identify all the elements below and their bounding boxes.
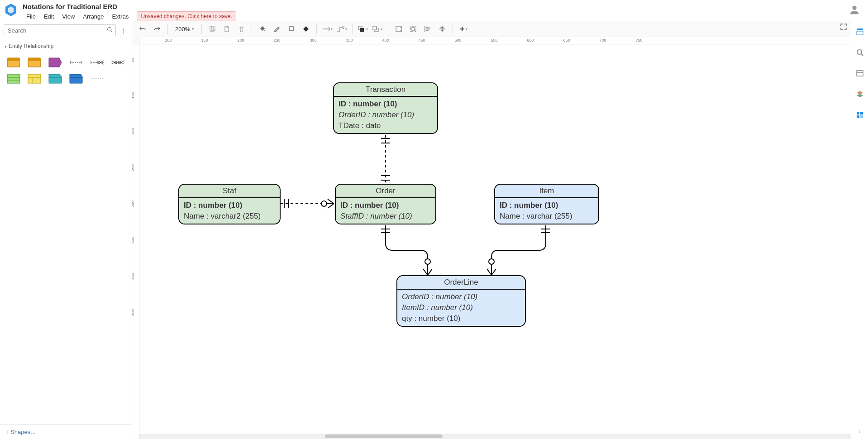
entity-field[interactable]: Name : varchar (255) bbox=[500, 211, 594, 222]
entity-field[interactable]: ID : number (10) bbox=[500, 200, 594, 211]
align-center-button[interactable] bbox=[436, 23, 448, 35]
entity-field[interactable]: Name : varchar2 (255) bbox=[184, 211, 275, 222]
shape-relation-1tomany[interactable] bbox=[88, 56, 106, 69]
shape-entity-blue[interactable] bbox=[67, 72, 85, 86]
outline-panel-button[interactable] bbox=[854, 68, 865, 79]
style-button[interactable] bbox=[300, 23, 312, 35]
entity-body: ID : number (10) StaffID : number (10) bbox=[336, 198, 435, 224]
menu-file[interactable]: File bbox=[23, 12, 39, 21]
toolbar-separator bbox=[252, 24, 252, 34]
horizontal-scrollbar[interactable] bbox=[139, 434, 851, 439]
fullscreen-button[interactable] bbox=[840, 23, 847, 32]
tags-panel-button[interactable] bbox=[854, 110, 865, 120]
entity-field[interactable]: OrderID : number (10) bbox=[339, 110, 433, 120]
entity-field[interactable]: ID : number (10) bbox=[339, 99, 433, 110]
entity-field[interactable]: TDate : date bbox=[339, 120, 433, 131]
entity-title: Order bbox=[336, 185, 435, 198]
shapes-palette bbox=[0, 52, 132, 89]
entity-body: ID : number (10) Name : varchar (255) bbox=[495, 198, 598, 224]
app-logo[interactable] bbox=[4, 3, 18, 17]
fill-color-button[interactable] bbox=[257, 23, 268, 35]
copy-button[interactable] bbox=[206, 23, 218, 35]
ruler-tick: 550 bbox=[491, 38, 497, 43]
svg-rect-46 bbox=[857, 31, 863, 35]
delete-button[interactable] bbox=[235, 23, 247, 35]
svg-rect-31 bbox=[360, 28, 364, 32]
scrollbar-thumb[interactable] bbox=[325, 434, 443, 438]
more-shapes-button[interactable]: + Shapes... bbox=[0, 425, 132, 439]
collapse-rail-button[interactable]: › bbox=[858, 428, 860, 434]
entity-field[interactable]: ItemID : number (10) bbox=[402, 302, 520, 313]
to-front-button[interactable]: ▾ bbox=[357, 23, 369, 35]
right-rail: › bbox=[851, 21, 868, 439]
entity-transaction[interactable]: Transaction ID : number (10) OrderID : n… bbox=[333, 82, 438, 134]
entity-body: ID : number (10) Name : varchar2 (255) bbox=[179, 198, 280, 224]
entity-field[interactable]: ID : number (10) bbox=[340, 200, 431, 211]
entity-field[interactable]: StaffID : number (10) bbox=[340, 211, 431, 222]
align-left-button[interactable] bbox=[422, 23, 434, 35]
entity-body: OrderID : number (10) ItemID : number (1… bbox=[397, 290, 525, 326]
entity-staff[interactable]: Staf ID : number (10) Name : varchar2 (2… bbox=[178, 184, 281, 224]
entity-item[interactable]: Item ID : number (10) Name : varchar (25… bbox=[494, 184, 599, 224]
entity-orderline[interactable]: OrderLine OrderID : number (10) ItemID :… bbox=[396, 275, 526, 327]
ruler-tick: 400 bbox=[382, 38, 389, 43]
entity-title: Transaction bbox=[334, 83, 437, 97]
shape-entity-yellow[interactable] bbox=[25, 72, 43, 86]
fit-page-button[interactable] bbox=[393, 23, 405, 35]
vertical-ruler[interactable]: 50 100 150 200 250 300 350 400 bbox=[132, 44, 139, 439]
format-panel-button[interactable] bbox=[854, 26, 865, 37]
entity-title: Item bbox=[495, 185, 598, 198]
diagram-page[interactable]: Transaction ID : number (10) OrderID : n… bbox=[139, 44, 851, 439]
sidebar-more-icon[interactable]: ⋮ bbox=[119, 27, 128, 34]
menu-edit[interactable]: Edit bbox=[40, 12, 57, 21]
line-color-button[interactable] bbox=[271, 23, 283, 35]
zoom-fit-button[interactable] bbox=[407, 23, 419, 35]
app-header: Notations for Traditional ERD File Edit … bbox=[0, 0, 868, 21]
search-wrapper bbox=[4, 24, 116, 36]
horizontal-ruler[interactable]: 100 150 200 250 300 350 400 450 500 550 … bbox=[139, 37, 851, 44]
toolbar-separator bbox=[352, 24, 353, 34]
paste-button[interactable] bbox=[221, 23, 233, 35]
layers-panel-button[interactable] bbox=[854, 89, 865, 100]
to-back-button[interactable]: ▾ bbox=[372, 23, 383, 35]
svg-point-47 bbox=[857, 50, 862, 54]
svg-line-2 bbox=[111, 31, 112, 32]
shape-entity-teal[interactable] bbox=[46, 72, 64, 86]
ruler-tick: 350 bbox=[346, 38, 353, 43]
shape-table-orange[interactable] bbox=[5, 56, 23, 69]
entity-order[interactable]: Order ID : number (10) StaffID : number … bbox=[335, 184, 436, 224]
search-panel-button[interactable] bbox=[854, 47, 865, 58]
entity-field[interactable]: qty : number (10) bbox=[402, 313, 520, 324]
undo-button[interactable] bbox=[137, 23, 148, 35]
menu-arrange[interactable]: Arrange bbox=[79, 12, 107, 21]
svg-rect-33 bbox=[373, 26, 377, 30]
document-title[interactable]: Notations for Traditional ERD bbox=[23, 2, 236, 11]
ruler-tick: 650 bbox=[563, 38, 570, 43]
entity-field[interactable]: ID : number (10) bbox=[184, 200, 275, 211]
shape-hr-line[interactable] bbox=[88, 72, 106, 86]
palette-section-header[interactable]: Entity Relationship bbox=[0, 40, 132, 52]
svg-point-63 bbox=[321, 201, 327, 206]
search-icon[interactable] bbox=[107, 27, 113, 34]
shape-entity-green[interactable] bbox=[5, 72, 23, 86]
menu-extras[interactable]: Extras bbox=[109, 12, 133, 21]
shape-relation-manytomany[interactable] bbox=[109, 56, 127, 69]
ruler-tick: 750 bbox=[635, 38, 642, 43]
ruler-tick: 450 bbox=[418, 38, 425, 43]
waypoints-button[interactable]: ▾ bbox=[336, 23, 348, 35]
save-status-badge[interactable]: Unsaved changes. Click here to save. bbox=[137, 11, 236, 21]
search-input[interactable] bbox=[4, 27, 115, 34]
menu-view[interactable]: View bbox=[58, 12, 78, 21]
diagram-edges bbox=[139, 44, 851, 439]
svg-rect-18 bbox=[28, 74, 41, 83]
shape-relation-1to1[interactable] bbox=[67, 56, 85, 69]
entity-field[interactable]: OrderID : number (10) bbox=[402, 291, 520, 302]
connection-button[interactable]: ▾ bbox=[321, 23, 333, 35]
insert-button[interactable]: +▾ bbox=[458, 23, 469, 35]
shape-table-orange2[interactable] bbox=[25, 56, 43, 69]
shadow-button[interactable] bbox=[286, 23, 297, 35]
user-account-icon[interactable] bbox=[848, 4, 861, 18]
shape-table-purple[interactable] bbox=[46, 56, 64, 69]
redo-button[interactable] bbox=[151, 23, 163, 35]
zoom-selector[interactable]: 200% bbox=[172, 26, 197, 33]
